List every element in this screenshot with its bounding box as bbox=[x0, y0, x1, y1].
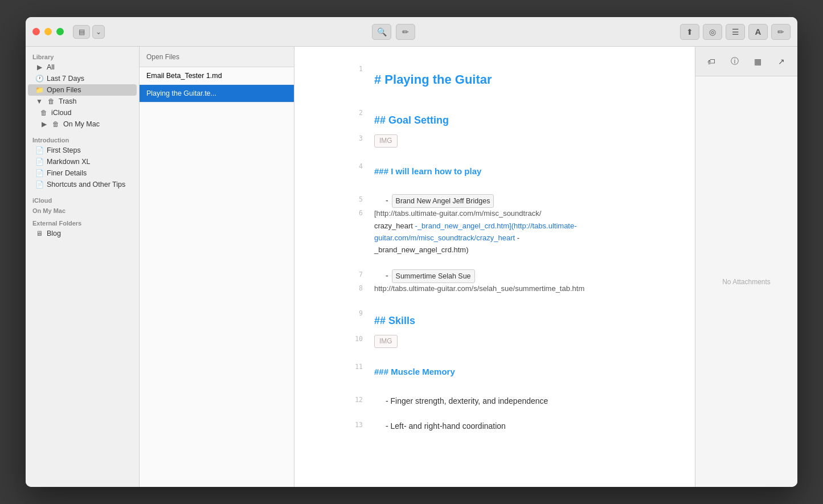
editor-empty-h bbox=[351, 407, 661, 420]
sidebar-toggle-button[interactable]: ▤ bbox=[73, 25, 90, 39]
info-button[interactable]: ⓘ bbox=[726, 54, 743, 69]
line-num-11: 11 bbox=[351, 362, 374, 374]
link-brand-url[interactable]: -_brand_new_angel_crd.htm](http://tabs.u… bbox=[374, 222, 577, 242]
traffic-lights bbox=[32, 28, 64, 35]
sidebar-item-finer-details-label: Finer Details bbox=[47, 169, 87, 177]
file-item-email[interactable]: Email Beta_Tester 1.md bbox=[140, 67, 294, 85]
font-icon: A bbox=[755, 27, 761, 36]
editor-empty-b bbox=[351, 149, 661, 161]
editor-line-4: 4 ### I will learn how to play bbox=[351, 161, 661, 182]
external-header: External Folders bbox=[26, 218, 139, 228]
editor-area: 1 # Playing the Guitar 2 ## Goal Setting… bbox=[294, 47, 695, 487]
editor-empty-c bbox=[351, 182, 661, 194]
on-my-mac2-header: On My Mac bbox=[26, 205, 139, 215]
all-icon: ▶ bbox=[35, 63, 44, 71]
sidebar-item-markdown-xl-label: Markdown XL bbox=[47, 158, 90, 166]
sidebar-item-trash[interactable]: ▼ 🗑 Trash bbox=[28, 96, 137, 107]
monitor-icon: 🖥 bbox=[35, 230, 44, 237]
sidebar-item-icloud[interactable]: 🗑 iCloud bbox=[28, 107, 137, 118]
no-attachments-label: No Attachments bbox=[722, 278, 771, 286]
line-content-h2-goal: ## Goal Setting bbox=[374, 112, 661, 129]
list-view-button[interactable]: ☰ bbox=[726, 24, 745, 40]
line-num-7: 7 bbox=[351, 269, 374, 282]
titlebar-center: 🔍 ✏ bbox=[107, 24, 680, 40]
tag-button[interactable]: 🏷 bbox=[703, 54, 720, 69]
sidebar-item-on-my-mac-label: On My Mac bbox=[63, 120, 100, 128]
sidebar-item-open-files[interactable]: 📁 Open Files bbox=[28, 84, 137, 96]
line-num-9: 9 bbox=[351, 308, 374, 321]
font-button[interactable]: A bbox=[748, 24, 768, 40]
fullscreen-button[interactable] bbox=[56, 28, 64, 35]
editor-line-10: 10 IMG bbox=[351, 334, 661, 349]
editor-content[interactable]: 1 # Playing the Guitar 2 ## Goal Setting… bbox=[294, 47, 695, 487]
file-item-email-name: Email Beta_Tester 1.md bbox=[146, 72, 287, 80]
share-button[interactable]: ⬆ bbox=[680, 24, 699, 40]
editor-empty-d bbox=[351, 257, 661, 269]
compose-icon: ✏ bbox=[402, 27, 409, 36]
sidebar-item-icloud-label: iCloud bbox=[51, 109, 71, 117]
sidebar-item-finer-details[interactable]: 📄 Finer Details bbox=[28, 167, 137, 179]
sidebar-item-first-steps[interactable]: 📄 First Steps bbox=[28, 145, 137, 156]
sidebar-item-on-my-mac[interactable]: ▶ 🗑 On My Mac bbox=[28, 118, 137, 130]
file-item-guitar-name: Playing the Guitar.te... bbox=[146, 89, 287, 97]
img-placeholder-2: IMG bbox=[374, 335, 398, 348]
close-button[interactable] bbox=[32, 28, 40, 35]
main-content: Library ▶ All 🕐 Last 7 Days 📁 Open Files… bbox=[26, 47, 797, 487]
library-header: Library bbox=[26, 51, 139, 62]
editor-line-1: 1 # Playing the Guitar bbox=[351, 64, 661, 95]
clock-icon: 🕐 bbox=[35, 75, 44, 83]
editor-line-3: 3 IMG bbox=[351, 133, 661, 149]
chevron-down-icon[interactable]: ⌄ bbox=[92, 25, 105, 39]
right-panel: 🏷 ⓘ ▦ ↗ No Attachments bbox=[695, 47, 797, 487]
line-num-4: 4 bbox=[351, 161, 374, 174]
sidebar: Library ▶ All 🕐 Last 7 Days 📁 Open Files… bbox=[26, 47, 140, 487]
file-item-guitar[interactable]: Playing the Guitar.te... bbox=[140, 85, 294, 103]
sidebar-item-blog-label: Blog bbox=[47, 230, 61, 237]
sidebar-item-shortcuts[interactable]: 📄 Shortcuts and Other Tips bbox=[28, 179, 137, 190]
info-icon: ⓘ bbox=[731, 56, 739, 67]
doc-icon-first: 📄 bbox=[35, 146, 44, 154]
search-button[interactable]: 🔍 bbox=[372, 24, 391, 40]
sidebar-item-markdown-xl[interactable]: 📄 Markdown XL bbox=[28, 156, 137, 167]
line-num-10: 10 bbox=[351, 334, 374, 346]
line-num-3: 3 bbox=[351, 133, 374, 146]
search-icon: 🔍 bbox=[377, 27, 387, 36]
line-num-1: 1 bbox=[351, 64, 374, 76]
editor-empty-a bbox=[351, 95, 661, 108]
editor-line-6c: _brand_new_angel_crd.htm) bbox=[351, 244, 661, 257]
editor-empty-e bbox=[351, 296, 661, 308]
img-placeholder-1: IMG bbox=[374, 134, 398, 147]
sidebar-item-all[interactable]: ▶ All bbox=[28, 62, 137, 73]
line-num-8: 8 bbox=[351, 283, 374, 296]
editor-line-8: 8 http://tabs.ultimate-guitar.com/s/sela… bbox=[351, 283, 661, 296]
rp-share-button[interactable]: ↗ bbox=[773, 54, 790, 69]
trash-icloud-icon: 🗑 bbox=[39, 109, 48, 117]
editor-line-6: 6 [http://tabs.ultimate-guitar.com/m/mis… bbox=[351, 208, 661, 220]
titlebar: ▤ ⌄ 🔍 ✏ ⬆ ◎ ☰ A bbox=[26, 17, 797, 47]
doc-icon-finer: 📄 bbox=[35, 169, 44, 177]
line-content-h2-skills: ## Skills bbox=[374, 313, 661, 329]
editor-line-7: 7 - Summertime Selah Sue bbox=[351, 269, 661, 283]
titlebar-right: ⬆ ◎ ☰ A ✏ bbox=[680, 24, 791, 40]
trash-icon: 🗑 bbox=[47, 97, 56, 105]
sidebar-item-last7-label: Last 7 Days bbox=[47, 75, 84, 83]
doc-icon-shortcuts: 📄 bbox=[35, 181, 44, 189]
sidebar-item-blog[interactable]: 🖥 Blog bbox=[28, 228, 137, 239]
line-num-6: 6 bbox=[351, 208, 374, 220]
minimize-button[interactable] bbox=[44, 28, 52, 35]
table-button[interactable]: ▦ bbox=[750, 54, 767, 69]
sidebar-item-trash-label: Trash bbox=[59, 97, 77, 105]
share-icon: ⬆ bbox=[686, 27, 693, 36]
view-toggle-button[interactable]: ◎ bbox=[703, 24, 722, 40]
doc-icon-markdown: 📄 bbox=[35, 158, 44, 166]
markup-button[interactable]: ✏ bbox=[771, 24, 791, 40]
right-panel-content: No Attachments bbox=[695, 76, 797, 487]
list-icon: ☰ bbox=[732, 27, 739, 36]
sidebar-item-first-steps-label: First Steps bbox=[47, 146, 81, 154]
rp-share-icon: ↗ bbox=[778, 57, 785, 66]
new-note-button[interactable]: ✏ bbox=[396, 24, 415, 40]
right-panel-toolbar: 🏷 ⓘ ▦ ↗ bbox=[695, 47, 797, 76]
editor-empty-f bbox=[351, 349, 661, 362]
sidebar-item-last7[interactable]: 🕐 Last 7 Days bbox=[28, 73, 137, 84]
editor-line-11: 11 ### Muscle Memory bbox=[351, 362, 661, 382]
